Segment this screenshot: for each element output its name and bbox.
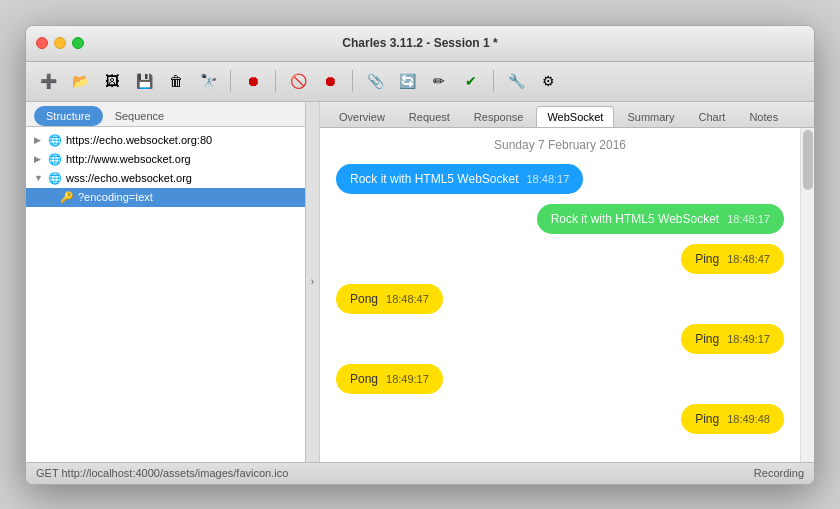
- message-bubble: Rock it with HTML5 WebSocket 18:48:17: [336, 164, 583, 194]
- collapse-arrow[interactable]: ›: [306, 102, 320, 462]
- edit-button[interactable]: ✏: [425, 67, 453, 95]
- tab-websocket[interactable]: WebSocket: [536, 106, 614, 127]
- message-bubble: Pong 18:49:17: [336, 364, 443, 394]
- bubble-time: 18:48:17: [727, 213, 770, 225]
- bubble-time: 18:48:17: [527, 173, 570, 185]
- minimize-button[interactable]: [54, 37, 66, 49]
- stop-button[interactable]: 🚫: [284, 67, 312, 95]
- tab-sequence[interactable]: Sequence: [103, 106, 177, 126]
- record-button[interactable]: ⏺: [239, 67, 267, 95]
- bubble-text: Rock it with HTML5 WebSocket: [551, 212, 720, 226]
- traffic-lights: [36, 37, 84, 49]
- tab-chart[interactable]: Chart: [688, 106, 737, 127]
- message-bubble: Rock it with HTML5 WebSocket 18:48:17: [537, 204, 784, 234]
- key-icon: 🔑: [60, 191, 74, 204]
- check-button[interactable]: ✔: [457, 67, 485, 95]
- message-row: Ping 18:49:17: [336, 324, 784, 354]
- statusbar-right: Recording: [754, 467, 804, 479]
- bubble-time: 18:48:47: [727, 253, 770, 265]
- tab-response[interactable]: Response: [463, 106, 535, 127]
- message-bubble: Ping 18:49:48: [681, 404, 784, 434]
- titlebar: Charles 3.11.2 - Session 1 *: [26, 26, 814, 62]
- bubble-time: 18:48:47: [386, 293, 429, 305]
- chat-area[interactable]: Sunday 7 February 2016 Rock it with HTML…: [320, 128, 800, 462]
- main-content: Structure Sequence ▶ 🌐 https://echo.webs…: [26, 102, 814, 462]
- separator-2: [275, 70, 276, 92]
- message-bubble: Pong 18:48:47: [336, 284, 443, 314]
- message-row: Pong 18:49:17: [336, 364, 784, 394]
- tab-summary[interactable]: Summary: [616, 106, 685, 127]
- tab-overview[interactable]: Overview: [328, 106, 396, 127]
- maximize-button[interactable]: [72, 37, 84, 49]
- bubble-text: Pong: [350, 292, 378, 306]
- chat-wrapper: Sunday 7 February 2016 Rock it with HTML…: [320, 128, 814, 462]
- statusbar-left: GET http://localhost:4000/assets/images/…: [36, 467, 288, 479]
- open-button[interactable]: 📂: [66, 67, 94, 95]
- scrollbar-track[interactable]: [800, 128, 814, 462]
- tree-arrow: ▶: [34, 135, 44, 145]
- settings-button[interactable]: ⚙: [534, 67, 562, 95]
- separator-3: [352, 70, 353, 92]
- message-row: Rock it with HTML5 WebSocket 18:48:17: [336, 204, 784, 234]
- message-row: Rock it with HTML5 WebSocket 18:48:17: [336, 164, 784, 194]
- tree-label: ?encoding=text: [78, 191, 153, 203]
- sidebar: Structure Sequence ▶ 🌐 https://echo.webs…: [26, 102, 306, 462]
- globe-icon: 🌐: [48, 134, 62, 147]
- tree-label: wss://echo.websocket.org: [66, 172, 192, 184]
- refresh-button[interactable]: 🔄: [393, 67, 421, 95]
- image-button[interactable]: 🖼: [98, 67, 126, 95]
- tab-structure[interactable]: Structure: [34, 106, 103, 126]
- tab-request[interactable]: Request: [398, 106, 461, 127]
- close-button[interactable]: [36, 37, 48, 49]
- globe-icon: 🌐: [48, 153, 62, 166]
- tree-item-node4[interactable]: 🔑 ?encoding=text: [26, 188, 305, 207]
- message-bubble: Ping 18:48:47: [681, 244, 784, 274]
- tree-item-node3[interactable]: ▼ 🌐 wss://echo.websocket.org: [26, 169, 305, 188]
- bubble-time: 18:49:17: [386, 373, 429, 385]
- main-window: Charles 3.11.2 - Session 1 * ➕ 📂 🖼 💾 🗑 🔭…: [25, 25, 815, 485]
- tree-arrow: ▶: [34, 154, 44, 164]
- bubble-text: Ping: [695, 412, 719, 426]
- toolbar: ➕ 📂 🖼 💾 🗑 🔭 ⏺ 🚫 ⏺ 📎 🔄 ✏ ✔ 🔧 ⚙: [26, 62, 814, 102]
- sidebar-tabs: Structure Sequence: [26, 102, 305, 127]
- bubble-text: Ping: [695, 252, 719, 266]
- separator-1: [230, 70, 231, 92]
- tree-label: http://www.websocket.org: [66, 153, 191, 165]
- record2-button[interactable]: ⏺: [316, 67, 344, 95]
- search-button[interactable]: 🔭: [194, 67, 222, 95]
- scrollbar-thumb[interactable]: [803, 130, 813, 190]
- messages: Rock it with HTML5 WebSocket 18:48:17 Ro…: [336, 164, 784, 434]
- date-label: Sunday 7 February 2016: [336, 138, 784, 152]
- bubble-time: 18:49:48: [727, 413, 770, 425]
- attach-button[interactable]: 📎: [361, 67, 389, 95]
- tree: ▶ 🌐 https://echo.websocket.org:80 ▶ 🌐 ht…: [26, 127, 305, 462]
- tools-button[interactable]: 🔧: [502, 67, 530, 95]
- globe-icon: 🌐: [48, 172, 62, 185]
- tab-notes[interactable]: Notes: [738, 106, 789, 127]
- message-row: Ping 18:49:48: [336, 404, 784, 434]
- message-bubble: Ping 18:49:17: [681, 324, 784, 354]
- right-panel: Overview Request Response WebSocket Summ…: [320, 102, 814, 462]
- tree-item-node2[interactable]: ▶ 🌐 http://www.websocket.org: [26, 150, 305, 169]
- bubble-text: Ping: [695, 332, 719, 346]
- bubble-text: Rock it with HTML5 WebSocket: [350, 172, 519, 186]
- separator-4: [493, 70, 494, 92]
- add-button[interactable]: ➕: [34, 67, 62, 95]
- save-button[interactable]: 💾: [130, 67, 158, 95]
- tree-item-node1[interactable]: ▶ 🌐 https://echo.websocket.org:80: [26, 131, 305, 150]
- tree-arrow: ▼: [34, 173, 44, 183]
- bubble-text: Pong: [350, 372, 378, 386]
- detail-tabs: Overview Request Response WebSocket Summ…: [320, 102, 814, 128]
- message-row: Ping 18:48:47: [336, 244, 784, 274]
- message-row: Pong 18:48:47: [336, 284, 784, 314]
- trash-button[interactable]: 🗑: [162, 67, 190, 95]
- statusbar: GET http://localhost:4000/assets/images/…: [26, 462, 814, 484]
- window-title: Charles 3.11.2 - Session 1 *: [342, 36, 497, 50]
- tree-label: https://echo.websocket.org:80: [66, 134, 212, 146]
- bubble-time: 18:49:17: [727, 333, 770, 345]
